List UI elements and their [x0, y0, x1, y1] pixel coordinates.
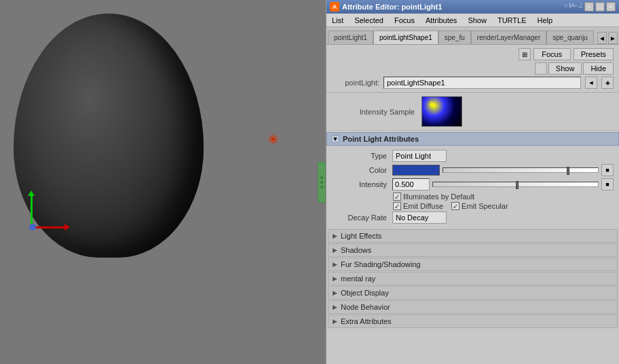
- shadows-arrow: ▶: [333, 247, 337, 254]
- illuminates-row: Illuminates by Default: [393, 193, 614, 201]
- tab-renderlayermanager[interactable]: renderLayerManager: [471, 31, 546, 44]
- intensity-slider-container: [432, 182, 599, 187]
- emit-diffuse-checkbox[interactable]: [393, 202, 401, 210]
- decay-select-wrapper: No Decay Linear Quadratic Cubic: [392, 211, 447, 224]
- point-light-attribs-header[interactable]: ▼ Point Light Attributes: [326, 132, 619, 146]
- shadows-title: Shadows: [341, 246, 371, 254]
- pointlight-name-row: pointLight: ◄ ◈: [332, 77, 614, 89]
- menu-selected[interactable]: Selected: [352, 16, 386, 25]
- navigate-icon-btn[interactable]: ◄: [585, 77, 597, 89]
- tab-spe-quanju[interactable]: spe_quanju: [546, 31, 594, 44]
- window-title: Attribute Editor: pointLight1: [342, 3, 442, 11]
- color-slider-track[interactable]: [443, 167, 599, 173]
- transform-gizmo: [10, 188, 64, 242]
- decay-rate-row: Decay Rate No Decay Linear Quadratic Cub…: [332, 211, 614, 224]
- extra-attributes-arrow: ▶: [333, 318, 337, 325]
- node-behavior-title: Node Behavior: [341, 303, 390, 311]
- shadows-header[interactable]: ▶ Shadows: [328, 243, 618, 257]
- color-extra-btn[interactable]: ■: [601, 164, 614, 176]
- expand-button[interactable]: [535, 62, 547, 75]
- color-swatch[interactable]: [392, 165, 440, 176]
- intensity-sample-section: Intensity Sample ✳: [326, 93, 619, 131]
- tab-prev-button[interactable]: ◄: [597, 32, 607, 44]
- light-effects-title: Light Effects: [341, 232, 381, 240]
- intensity-input[interactable]: [392, 178, 430, 190]
- type-select-wrapper: Point Light: [392, 150, 447, 162]
- intensity-slider-thumb[interactable]: [516, 181, 519, 189]
- type-label: Type: [332, 152, 390, 160]
- title-controls: ○Ⅴ=-⊥ − □ ×: [564, 2, 616, 12]
- decay-rate-select[interactable]: No Decay Linear Quadratic Cubic: [392, 211, 447, 224]
- copy-tab-button[interactable]: ⊞: [519, 48, 531, 60]
- hide-button[interactable]: Hide: [583, 62, 614, 75]
- title-bar-left: A Attribute Editor: pointLight1: [330, 2, 442, 12]
- focus-presets-row: ⊞ Focus Presets: [332, 48, 614, 60]
- point-light-attribs-title: Point Light Attributes: [343, 135, 419, 143]
- extra-attributes-header[interactable]: ▶ Extra Attributes: [328, 315, 618, 328]
- pointlight-name-input[interactable]: [383, 77, 581, 89]
- node-behavior-arrow: ▶: [333, 304, 337, 310]
- emit-specular-checkbox[interactable]: [451, 202, 459, 210]
- content-area[interactable]: ⊞ Focus Presets Show Hide pointLight: ◄ …: [326, 45, 619, 364]
- color-slider-thumb[interactable]: [567, 167, 569, 175]
- tab-pointlight1[interactable]: pointLight1: [328, 31, 373, 44]
- viewport-panel: ✳: [0, 0, 326, 364]
- intensity-star-icon: ✳: [428, 99, 436, 110]
- presets-button[interactable]: Presets: [574, 48, 614, 60]
- emit-specular-label: Emit Specular: [462, 202, 508, 210]
- light-effects-arrow: ▶: [333, 232, 337, 239]
- light-effects-header[interactable]: ▶ Light Effects: [328, 229, 618, 243]
- close-button[interactable]: ×: [606, 2, 616, 12]
- intensity-sample-label: Intensity Sample: [354, 108, 415, 116]
- point-light-attribs-content: Type Point Light Color: [326, 147, 619, 228]
- fur-shading-arrow: ▶: [333, 261, 337, 268]
- bookmark-icon-btn[interactable]: ◈: [601, 77, 614, 89]
- emit-diffuse-label: Emit Diffuse: [403, 202, 443, 210]
- menu-focus[interactable]: Focus: [392, 16, 417, 25]
- menu-attributes[interactable]: Attributes: [424, 16, 459, 25]
- minimize-button[interactable]: −: [584, 2, 594, 12]
- maximize-button[interactable]: □: [595, 2, 605, 12]
- tab-pointlightshape1[interactable]: pointLightShape1: [373, 31, 438, 44]
- emit-diffuse-item: Emit Diffuse: [393, 202, 443, 210]
- menu-list[interactable]: List: [330, 16, 345, 25]
- tab-spe-fu[interactable]: spe_fu: [438, 31, 471, 44]
- tab-next-button[interactable]: ►: [608, 32, 618, 44]
- fur-shading-header[interactable]: ▶ Fur Shading/Shadowing: [328, 258, 618, 271]
- color-row: Color ■: [332, 164, 614, 176]
- tab-navigation: ◄ ►: [597, 32, 618, 44]
- node-behavior-header[interactable]: ▶ Node Behavior: [328, 300, 618, 314]
- menu-show[interactable]: Show: [466, 16, 489, 25]
- color-label: Color: [332, 166, 390, 174]
- menu-bar: List Selected Focus Attributes Show TURT…: [326, 14, 619, 27]
- emit-row: Emit Diffuse Emit Specular: [393, 202, 614, 210]
- gizmo-center: [29, 224, 36, 230]
- intensity-extra-btn[interactable]: ■: [601, 178, 614, 190]
- decay-rate-label: Decay Rate: [332, 214, 390, 222]
- handle-dot: [320, 186, 323, 188]
- show-hide-row: Show Hide: [332, 62, 614, 75]
- illuminates-label: Illuminates by Default: [403, 193, 474, 201]
- resize-handle[interactable]: [318, 162, 326, 203]
- focus-button[interactable]: Focus: [533, 48, 571, 60]
- light-indicator: ✳: [268, 132, 278, 147]
- mental-ray-header[interactable]: ▶ mental ray: [328, 272, 618, 285]
- handle-dot: [320, 176, 323, 179]
- collapse-button[interactable]: ▼: [331, 135, 339, 143]
- show-button[interactable]: Show: [548, 62, 582, 75]
- fur-shading-title: Fur Shading/Shadowing: [341, 260, 420, 268]
- intensity-slider-track[interactable]: [432, 182, 599, 187]
- color-slider-container: [443, 167, 599, 173]
- object-display-header[interactable]: ▶ Object Display: [328, 286, 618, 300]
- illuminates-item: Illuminates by Default: [393, 193, 474, 201]
- type-row: Type Point Light: [332, 150, 614, 162]
- illuminates-checkbox[interactable]: [393, 193, 401, 201]
- menu-help[interactable]: Help: [536, 16, 555, 25]
- menu-turtle[interactable]: TURTLE: [495, 16, 529, 25]
- type-select[interactable]: Point Light: [392, 150, 447, 162]
- gizmo-x-axis: [32, 226, 66, 228]
- emit-specular-item: Emit Specular: [451, 202, 508, 210]
- header-section: ⊞ Focus Presets Show Hide pointLight: ◄ …: [326, 45, 619, 93]
- title-watermark: ○Ⅴ=-⊥: [564, 2, 583, 12]
- object-display-title: Object Display: [341, 289, 389, 297]
